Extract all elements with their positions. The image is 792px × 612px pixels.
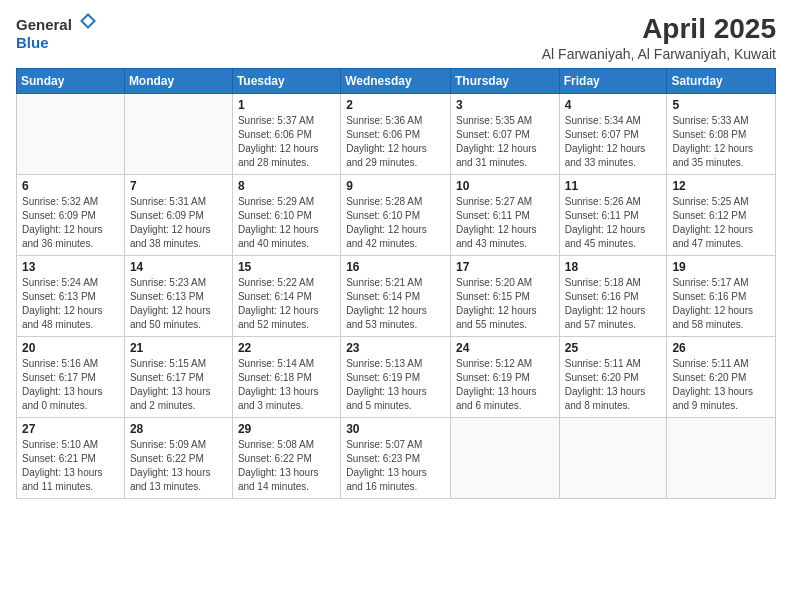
day-detail: Sunrise: 5:09 AMSunset: 6:22 PMDaylight:… [130,438,227,494]
day-detail: Sunrise: 5:27 AMSunset: 6:11 PMDaylight:… [456,195,554,251]
title-block: April 2025 Al Farwaniyah, Al Farwaniyah,… [542,12,776,62]
sunset-text: Sunset: 6:13 PM [130,290,227,304]
sunrise-text: Sunrise: 5:08 AM [238,438,335,452]
calendar-cell: 22Sunrise: 5:14 AMSunset: 6:18 PMDayligh… [232,336,340,417]
calendar-cell: 11Sunrise: 5:26 AMSunset: 6:11 PMDayligh… [559,174,667,255]
daylight-text: Daylight: 12 hours and 58 minutes. [672,304,770,332]
sunrise-text: Sunrise: 5:34 AM [565,114,662,128]
sunset-text: Sunset: 6:07 PM [565,128,662,142]
calendar-header-sunday: Sunday [17,68,125,93]
sunset-text: Sunset: 6:16 PM [672,290,770,304]
sunset-text: Sunset: 6:11 PM [565,209,662,223]
day-number: 27 [22,422,119,436]
sunset-text: Sunset: 6:10 PM [238,209,335,223]
calendar-cell: 19Sunrise: 5:17 AMSunset: 6:16 PMDayligh… [667,255,776,336]
calendar-cell: 8Sunrise: 5:29 AMSunset: 6:10 PMDaylight… [232,174,340,255]
sunrise-text: Sunrise: 5:09 AM [130,438,227,452]
daylight-text: Daylight: 12 hours and 31 minutes. [456,142,554,170]
sunrise-text: Sunrise: 5:07 AM [346,438,445,452]
day-detail: Sunrise: 5:18 AMSunset: 6:16 PMDaylight:… [565,276,662,332]
calendar-cell: 23Sunrise: 5:13 AMSunset: 6:19 PMDayligh… [341,336,451,417]
calendar-cell: 26Sunrise: 5:11 AMSunset: 6:20 PMDayligh… [667,336,776,417]
sunrise-text: Sunrise: 5:18 AM [565,276,662,290]
sunset-text: Sunset: 6:06 PM [238,128,335,142]
day-detail: Sunrise: 5:26 AMSunset: 6:11 PMDaylight:… [565,195,662,251]
day-number: 26 [672,341,770,355]
calendar-cell: 24Sunrise: 5:12 AMSunset: 6:19 PMDayligh… [450,336,559,417]
sunset-text: Sunset: 6:20 PM [672,371,770,385]
sunrise-text: Sunrise: 5:33 AM [672,114,770,128]
daylight-text: Daylight: 13 hours and 5 minutes. [346,385,445,413]
day-detail: Sunrise: 5:12 AMSunset: 6:19 PMDaylight:… [456,357,554,413]
sunset-text: Sunset: 6:09 PM [130,209,227,223]
sunrise-text: Sunrise: 5:26 AM [565,195,662,209]
calendar-cell: 30Sunrise: 5:07 AMSunset: 6:23 PMDayligh… [341,417,451,498]
daylight-text: Daylight: 13 hours and 11 minutes. [22,466,119,494]
day-number: 17 [456,260,554,274]
sunset-text: Sunset: 6:18 PM [238,371,335,385]
daylight-text: Daylight: 13 hours and 9 minutes. [672,385,770,413]
sunset-text: Sunset: 6:17 PM [130,371,227,385]
header: General Blue April 2025 Al Farwaniyah, A… [16,12,776,62]
day-detail: Sunrise: 5:33 AMSunset: 6:08 PMDaylight:… [672,114,770,170]
page-subtitle: Al Farwaniyah, Al Farwaniyah, Kuwait [542,46,776,62]
calendar-cell: 25Sunrise: 5:11 AMSunset: 6:20 PMDayligh… [559,336,667,417]
calendar-header-friday: Friday [559,68,667,93]
day-number: 14 [130,260,227,274]
sunrise-text: Sunrise: 5:14 AM [238,357,335,371]
calendar-cell [667,417,776,498]
calendar-cell: 6Sunrise: 5:32 AMSunset: 6:09 PMDaylight… [17,174,125,255]
sunset-text: Sunset: 6:23 PM [346,452,445,466]
calendar-cell: 28Sunrise: 5:09 AMSunset: 6:22 PMDayligh… [124,417,232,498]
calendar-week-row: 13Sunrise: 5:24 AMSunset: 6:13 PMDayligh… [17,255,776,336]
sunrise-text: Sunrise: 5:23 AM [130,276,227,290]
calendar-cell: 13Sunrise: 5:24 AMSunset: 6:13 PMDayligh… [17,255,125,336]
sunrise-text: Sunrise: 5:10 AM [22,438,119,452]
daylight-text: Daylight: 12 hours and 57 minutes. [565,304,662,332]
daylight-text: Daylight: 12 hours and 55 minutes. [456,304,554,332]
day-number: 1 [238,98,335,112]
sunset-text: Sunset: 6:14 PM [238,290,335,304]
sunrise-text: Sunrise: 5:35 AM [456,114,554,128]
day-detail: Sunrise: 5:24 AMSunset: 6:13 PMDaylight:… [22,276,119,332]
calendar-cell: 7Sunrise: 5:31 AMSunset: 6:09 PMDaylight… [124,174,232,255]
day-number: 16 [346,260,445,274]
sunrise-text: Sunrise: 5:25 AM [672,195,770,209]
calendar-cell: 15Sunrise: 5:22 AMSunset: 6:14 PMDayligh… [232,255,340,336]
day-detail: Sunrise: 5:21 AMSunset: 6:14 PMDaylight:… [346,276,445,332]
calendar-cell [559,417,667,498]
sunset-text: Sunset: 6:06 PM [346,128,445,142]
sunset-text: Sunset: 6:14 PM [346,290,445,304]
day-detail: Sunrise: 5:35 AMSunset: 6:07 PMDaylight:… [456,114,554,170]
sunset-text: Sunset: 6:21 PM [22,452,119,466]
sunrise-text: Sunrise: 5:32 AM [22,195,119,209]
sunrise-text: Sunrise: 5:21 AM [346,276,445,290]
sunrise-text: Sunrise: 5:37 AM [238,114,335,128]
daylight-text: Daylight: 12 hours and 33 minutes. [565,142,662,170]
day-detail: Sunrise: 5:23 AMSunset: 6:13 PMDaylight:… [130,276,227,332]
calendar-header-row: SundayMondayTuesdayWednesdayThursdayFrid… [17,68,776,93]
sunset-text: Sunset: 6:11 PM [456,209,554,223]
day-detail: Sunrise: 5:14 AMSunset: 6:18 PMDaylight:… [238,357,335,413]
day-detail: Sunrise: 5:10 AMSunset: 6:21 PMDaylight:… [22,438,119,494]
daylight-text: Daylight: 13 hours and 8 minutes. [565,385,662,413]
day-detail: Sunrise: 5:15 AMSunset: 6:17 PMDaylight:… [130,357,227,413]
daylight-text: Daylight: 13 hours and 13 minutes. [130,466,227,494]
daylight-text: Daylight: 12 hours and 45 minutes. [565,223,662,251]
day-detail: Sunrise: 5:17 AMSunset: 6:16 PMDaylight:… [672,276,770,332]
sunset-text: Sunset: 6:09 PM [22,209,119,223]
daylight-text: Daylight: 12 hours and 36 minutes. [22,223,119,251]
sunrise-text: Sunrise: 5:13 AM [346,357,445,371]
day-number: 7 [130,179,227,193]
daylight-text: Daylight: 12 hours and 38 minutes. [130,223,227,251]
page-title: April 2025 [542,12,776,46]
logo-general: General [16,16,72,33]
sunset-text: Sunset: 6:15 PM [456,290,554,304]
calendar-header-tuesday: Tuesday [232,68,340,93]
calendar-cell: 10Sunrise: 5:27 AMSunset: 6:11 PMDayligh… [450,174,559,255]
day-number: 9 [346,179,445,193]
day-detail: Sunrise: 5:13 AMSunset: 6:19 PMDaylight:… [346,357,445,413]
sunset-text: Sunset: 6:19 PM [456,371,554,385]
calendar-week-row: 6Sunrise: 5:32 AMSunset: 6:09 PMDaylight… [17,174,776,255]
day-detail: Sunrise: 5:25 AMSunset: 6:12 PMDaylight:… [672,195,770,251]
